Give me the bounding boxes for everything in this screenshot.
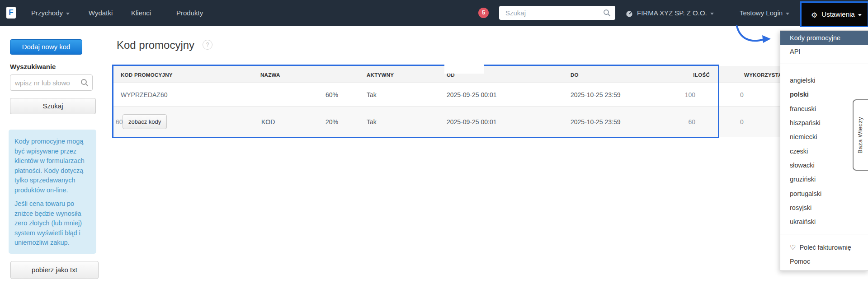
knowledge-base-label: Baza Wiedzy <box>857 100 868 170</box>
settings-menu-button[interactable]: ⚙Ustawienia <box>800 1 868 27</box>
cell-to: 2025-10-25 23:59 <box>571 83 621 107</box>
add-new-code-button[interactable]: Dodaj nowy kod <box>10 39 82 55</box>
navbar-search-box <box>499 6 615 20</box>
user-name: Testowy Login <box>740 9 783 17</box>
cell-from: 2025-09-25 00:01 <box>447 83 497 107</box>
info-paragraph: Jeśli cena towaru po zniżce będzie wynos… <box>14 199 90 248</box>
language-angielski[interactable]: angielski <box>780 74 868 86</box>
language-polski[interactable]: polski <box>780 88 868 100</box>
language-ukrainski[interactable]: ukraiński <box>780 216 868 228</box>
nav-item-wydatki[interactable]: Wydatki <box>89 0 113 26</box>
cell-active: Tak <box>367 107 377 137</box>
chevron-down-icon <box>66 13 70 15</box>
cell-active: Tak <box>367 83 377 107</box>
search-icon <box>603 9 611 17</box>
app-window: F Przychody Wydatki Klienci Produkty 5 F… <box>0 0 868 284</box>
user-menu[interactable]: Testowy Login <box>740 0 789 26</box>
download-txt-button[interactable]: pobierz jako txt <box>10 261 99 279</box>
chevron-down-icon <box>858 14 862 16</box>
nav-item-label: Klienci <box>131 9 151 17</box>
nav-item-label: Wydatki <box>89 9 113 17</box>
heart-icon: ♡ <box>790 242 796 253</box>
help-icon[interactable]: ? <box>203 40 212 50</box>
info-paragraph: Kody promocyjne mogą być wpisywane przez… <box>14 137 90 195</box>
navbar-search-input[interactable] <box>499 6 615 20</box>
chevron-down-icon <box>710 13 714 15</box>
knowledge-base-tab[interactable]: Baza Wiedzy <box>853 99 868 171</box>
cell-discount: 60% <box>302 83 338 107</box>
notification-badge[interactable]: 5 <box>478 8 489 18</box>
nav-item-label: Przychody <box>31 9 63 17</box>
sidebar-divider <box>111 26 111 284</box>
col-header-active: AKTYWNY <box>367 66 394 83</box>
col-header-name: NAZWA <box>260 66 280 83</box>
company-name: FIRMA XYZ SP. Z O.O. <box>637 9 707 17</box>
menu-separator <box>780 64 868 64</box>
menu-item-recommend[interactable]: ♡Poleć fakturownię <box>780 242 868 253</box>
col-header-to: DO <box>571 66 579 83</box>
sidebar-search-input[interactable] <box>10 75 92 90</box>
cell-qty: 60 <box>655 107 695 137</box>
language-rosyjski[interactable]: rosyjski <box>780 202 868 214</box>
company-menu[interactable]: FIRMA XYZ SP. Z O.O. <box>625 0 714 26</box>
recommend-label: Poleć fakturownię <box>799 244 851 251</box>
language-gruzinski[interactable]: gruziński <box>780 173 868 185</box>
cell-name: KOD <box>261 107 275 137</box>
cell-qty: 100 <box>655 83 695 107</box>
gauge-icon <box>625 10 633 17</box>
promo-info-box: Kody promocyjne mogą być wpisywane przez… <box>9 130 96 254</box>
search-icon <box>80 79 89 87</box>
nav-item-klienci[interactable]: Klienci <box>131 0 151 26</box>
annotation-white-box <box>444 60 484 74</box>
menu-item-kody-promocyjne[interactable]: Kody promocyjne <box>780 31 868 45</box>
chevron-down-icon <box>786 13 789 15</box>
cell-used: 0 <box>740 83 744 107</box>
app-logo-icon[interactable]: F <box>6 7 16 19</box>
gear-icon: ⚙ <box>811 4 817 27</box>
nav-item-label: Produkty <box>176 9 203 17</box>
cell-used: 0 <box>740 107 744 137</box>
settings-label: Ustawienia <box>821 10 854 18</box>
search-submit-button[interactable]: Szukaj <box>10 98 96 114</box>
nav-item-produkty[interactable]: Produkty <box>176 0 203 26</box>
menu-item-api[interactable]: API <box>780 46 868 57</box>
sidebar-search-box <box>10 74 93 91</box>
col-header-qty: ILOŚĆ <box>669 66 710 83</box>
menu-separator <box>780 234 868 234</box>
page-title: Kod promocyjny <box>117 39 194 51</box>
see-codes-button[interactable]: zobacz kody <box>123 114 167 129</box>
col-header-code: KOD PROMOCYJNY <box>121 66 173 83</box>
cell-discount: 20% <box>302 107 338 137</box>
promo-code-link[interactable]: WYPRZEDAZ60 <box>121 83 167 107</box>
language-portugalski[interactable]: portugalski <box>780 188 868 200</box>
nav-item-przychody[interactable]: Przychody <box>31 0 70 26</box>
search-section-heading: Wyszukiwanie <box>10 63 56 70</box>
cell-from: 2025-09-25 00:01 <box>447 107 497 137</box>
top-navbar: F Przychody Wydatki Klienci Produkty 5 F… <box>0 0 868 26</box>
cell-to: 2025-10-25 23:59 <box>571 107 621 137</box>
promo-code-count: 60 <box>116 107 123 137</box>
menu-item-help[interactable]: Pomoc <box>780 256 868 267</box>
